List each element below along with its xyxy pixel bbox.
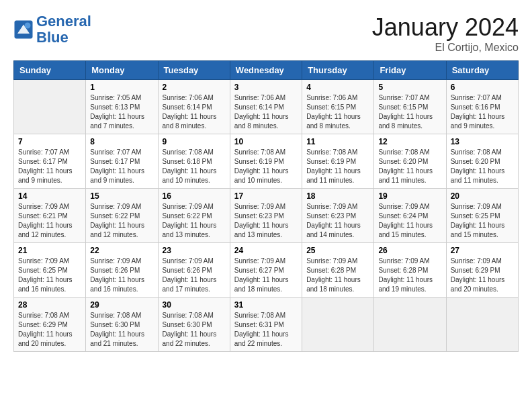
day-number: 15 bbox=[90, 191, 153, 201]
day-number: 22 bbox=[90, 246, 153, 255]
calendar-cell: 8Sunrise: 7:07 AM Sunset: 6:17 PM Daylig… bbox=[86, 134, 158, 189]
day-number: 5 bbox=[378, 83, 441, 92]
day-number: 9 bbox=[163, 137, 226, 146]
day-number: 14 bbox=[18, 191, 81, 201]
calendar-cell: 11Sunrise: 7:08 AM Sunset: 6:19 PM Dayli… bbox=[302, 134, 374, 189]
day-number: 26 bbox=[378, 246, 441, 255]
day-number: 19 bbox=[378, 191, 441, 201]
day-number: 23 bbox=[163, 246, 226, 255]
day-number: 29 bbox=[90, 300, 153, 310]
calendar-cell: 4Sunrise: 7:06 AM Sunset: 6:15 PM Daylig… bbox=[302, 80, 374, 134]
col-header-sunday: Sunday bbox=[14, 61, 86, 80]
calendar-cell bbox=[446, 298, 518, 352]
calendar-cell: 31Sunrise: 7:08 AM Sunset: 6:31 PM Dayli… bbox=[230, 298, 302, 352]
day-info: Sunrise: 7:06 AM Sunset: 6:14 PM Dayligh… bbox=[234, 93, 298, 131]
day-number: 2 bbox=[163, 83, 226, 92]
page-subtitle: El Cortijo, Mexico bbox=[372, 42, 519, 54]
calendar-cell: 25Sunrise: 7:09 AM Sunset: 6:28 PM Dayli… bbox=[302, 243, 374, 298]
calendar-cell: 28Sunrise: 7:08 AM Sunset: 6:29 PM Dayli… bbox=[14, 298, 86, 352]
col-header-monday: Monday bbox=[86, 61, 158, 80]
day-number: 4 bbox=[306, 83, 369, 92]
day-number: 7 bbox=[18, 137, 81, 146]
day-number: 21 bbox=[18, 246, 81, 255]
day-number: 24 bbox=[234, 246, 298, 255]
calendar-cell: 23Sunrise: 7:09 AM Sunset: 6:26 PM Dayli… bbox=[158, 243, 230, 298]
calendar-header: SundayMondayTuesdayWednesdayThursdayFrid… bbox=[14, 61, 519, 80]
day-number: 25 bbox=[306, 246, 369, 255]
day-info: Sunrise: 7:07 AM Sunset: 6:17 PM Dayligh… bbox=[18, 148, 81, 185]
week-row-1: 1Sunrise: 7:05 AM Sunset: 6:13 PM Daylig… bbox=[14, 80, 519, 134]
day-info: Sunrise: 7:08 AM Sunset: 6:18 PM Dayligh… bbox=[163, 148, 226, 185]
calendar-cell: 30Sunrise: 7:08 AM Sunset: 6:30 PM Dayli… bbox=[158, 298, 230, 352]
day-info: Sunrise: 7:09 AM Sunset: 6:23 PM Dayligh… bbox=[306, 202, 369, 240]
day-info: Sunrise: 7:09 AM Sunset: 6:26 PM Dayligh… bbox=[90, 257, 153, 294]
calendar-cell: 19Sunrise: 7:09 AM Sunset: 6:24 PM Dayli… bbox=[374, 189, 446, 243]
day-info: Sunrise: 7:09 AM Sunset: 6:23 PM Dayligh… bbox=[234, 202, 298, 240]
calendar-cell: 21Sunrise: 7:09 AM Sunset: 6:25 PM Dayli… bbox=[14, 243, 86, 298]
day-info: Sunrise: 7:09 AM Sunset: 6:22 PM Dayligh… bbox=[90, 202, 153, 240]
calendar-cell: 7Sunrise: 7:07 AM Sunset: 6:17 PM Daylig… bbox=[14, 134, 86, 189]
logo-text: General Blue bbox=[36, 13, 91, 46]
calendar-cell: 18Sunrise: 7:09 AM Sunset: 6:23 PM Dayli… bbox=[302, 189, 374, 243]
calendar-cell: 1Sunrise: 7:05 AM Sunset: 6:13 PM Daylig… bbox=[86, 80, 158, 134]
calendar-cell: 29Sunrise: 7:08 AM Sunset: 6:30 PM Dayli… bbox=[86, 298, 158, 352]
day-number: 12 bbox=[378, 137, 441, 146]
day-number: 6 bbox=[451, 83, 514, 92]
day-number: 20 bbox=[451, 191, 514, 201]
day-info: Sunrise: 7:09 AM Sunset: 6:29 PM Dayligh… bbox=[451, 257, 514, 294]
day-number: 18 bbox=[306, 191, 369, 201]
col-header-saturday: Saturday bbox=[446, 61, 518, 80]
day-info: Sunrise: 7:06 AM Sunset: 6:15 PM Dayligh… bbox=[306, 93, 369, 131]
day-info: Sunrise: 7:09 AM Sunset: 6:22 PM Dayligh… bbox=[163, 202, 226, 240]
week-row-4: 21Sunrise: 7:09 AM Sunset: 6:25 PM Dayli… bbox=[14, 243, 519, 298]
day-info: Sunrise: 7:07 AM Sunset: 6:17 PM Dayligh… bbox=[90, 148, 153, 185]
calendar-cell bbox=[302, 298, 374, 352]
calendar-cell: 13Sunrise: 7:08 AM Sunset: 6:20 PM Dayli… bbox=[446, 134, 518, 189]
logo-icon bbox=[13, 19, 34, 40]
day-info: Sunrise: 7:08 AM Sunset: 6:29 PM Dayligh… bbox=[18, 311, 81, 349]
calendar-cell: 5Sunrise: 7:07 AM Sunset: 6:15 PM Daylig… bbox=[374, 80, 446, 134]
day-info: Sunrise: 7:08 AM Sunset: 6:20 PM Dayligh… bbox=[378, 148, 441, 185]
day-info: Sunrise: 7:08 AM Sunset: 6:31 PM Dayligh… bbox=[234, 311, 298, 349]
day-info: Sunrise: 7:06 AM Sunset: 6:14 PM Dayligh… bbox=[163, 93, 226, 131]
calendar-cell: 2Sunrise: 7:06 AM Sunset: 6:14 PM Daylig… bbox=[158, 80, 230, 134]
calendar-body: 1Sunrise: 7:05 AM Sunset: 6:13 PM Daylig… bbox=[14, 80, 519, 352]
day-info: Sunrise: 7:09 AM Sunset: 6:28 PM Dayligh… bbox=[378, 257, 441, 294]
logo-line1: General bbox=[36, 13, 91, 30]
day-info: Sunrise: 7:09 AM Sunset: 6:21 PM Dayligh… bbox=[18, 202, 81, 240]
day-number: 16 bbox=[163, 191, 226, 201]
page-header: General Blue January 2024 El Cortijo, Me… bbox=[13, 13, 519, 54]
day-number: 28 bbox=[18, 300, 81, 310]
day-info: Sunrise: 7:09 AM Sunset: 6:28 PM Dayligh… bbox=[306, 257, 369, 294]
logo: General Blue bbox=[13, 13, 91, 46]
logo-line2: Blue bbox=[36, 29, 69, 46]
day-info: Sunrise: 7:09 AM Sunset: 6:25 PM Dayligh… bbox=[451, 202, 514, 240]
day-info: Sunrise: 7:09 AM Sunset: 6:26 PM Dayligh… bbox=[163, 257, 226, 294]
day-info: Sunrise: 7:09 AM Sunset: 6:24 PM Dayligh… bbox=[378, 202, 441, 240]
page-title: January 2024 bbox=[372, 13, 519, 42]
col-header-wednesday: Wednesday bbox=[230, 61, 302, 80]
calendar-cell: 12Sunrise: 7:08 AM Sunset: 6:20 PM Dayli… bbox=[374, 134, 446, 189]
day-number: 1 bbox=[90, 83, 153, 92]
day-info: Sunrise: 7:08 AM Sunset: 6:20 PM Dayligh… bbox=[451, 148, 514, 185]
calendar-cell: 6Sunrise: 7:07 AM Sunset: 6:16 PM Daylig… bbox=[446, 80, 518, 134]
col-header-thursday: Thursday bbox=[302, 61, 374, 80]
day-number: 8 bbox=[90, 137, 153, 146]
calendar-table: SundayMondayTuesdayWednesdayThursdayFrid… bbox=[13, 60, 519, 352]
calendar-cell: 27Sunrise: 7:09 AM Sunset: 6:29 PM Dayli… bbox=[446, 243, 518, 298]
day-number: 31 bbox=[234, 300, 298, 310]
day-number: 11 bbox=[306, 137, 369, 146]
day-info: Sunrise: 7:05 AM Sunset: 6:13 PM Dayligh… bbox=[90, 93, 153, 131]
calendar-cell bbox=[14, 80, 86, 134]
calendar-cell: 3Sunrise: 7:06 AM Sunset: 6:14 PM Daylig… bbox=[230, 80, 302, 134]
calendar-cell: 15Sunrise: 7:09 AM Sunset: 6:22 PM Dayli… bbox=[86, 189, 158, 243]
calendar-cell: 20Sunrise: 7:09 AM Sunset: 6:25 PM Dayli… bbox=[446, 189, 518, 243]
calendar-cell bbox=[374, 298, 446, 352]
day-info: Sunrise: 7:08 AM Sunset: 6:30 PM Dayligh… bbox=[90, 311, 153, 349]
col-header-tuesday: Tuesday bbox=[158, 61, 230, 80]
header-row: SundayMondayTuesdayWednesdayThursdayFrid… bbox=[14, 61, 519, 80]
week-row-2: 7Sunrise: 7:07 AM Sunset: 6:17 PM Daylig… bbox=[14, 134, 519, 189]
day-number: 3 bbox=[234, 83, 298, 92]
day-number: 10 bbox=[234, 137, 298, 146]
day-number: 27 bbox=[451, 246, 514, 255]
